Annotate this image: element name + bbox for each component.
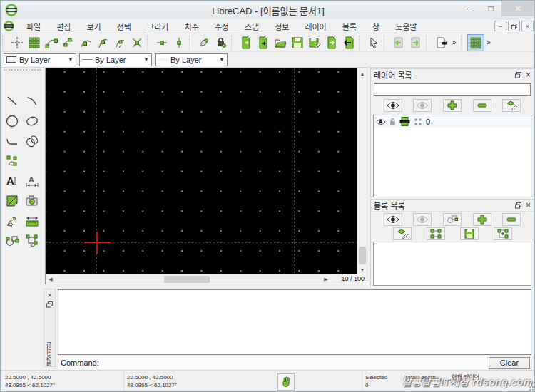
palette-handle[interactable] <box>4 69 41 72</box>
scroll-right-icon[interactable]: ▶ <box>321 274 331 284</box>
selection-pointer-icon[interactable] <box>365 34 382 51</box>
menu-modify[interactable]: 수정 <box>207 19 237 33</box>
vertical-scroll-thumb[interactable] <box>359 247 366 264</box>
remove-layer-icon[interactable] <box>473 99 491 112</box>
print-preview-icon[interactable] <box>432 34 449 51</box>
menu-draw[interactable]: 그리기 <box>139 19 176 33</box>
menu-view[interactable]: 보기 <box>79 19 109 33</box>
snap-distance-icon[interactable] <box>111 34 128 51</box>
hide-all-blocks-icon[interactable] <box>413 213 432 226</box>
line-tool-icon[interactable] <box>3 92 21 110</box>
new-document-icon[interactable] <box>238 34 255 51</box>
save-icon[interactable] <box>289 34 306 51</box>
hatch-tool-icon[interactable] <box>3 192 21 210</box>
menu-help[interactable]: 도움말 <box>387 19 424 33</box>
close-dock-icon[interactable]: × <box>47 291 51 299</box>
grab-hand-icon[interactable] <box>277 373 295 391</box>
image-tool-icon[interactable] <box>23 192 41 210</box>
mdi-restore-icon[interactable] <box>508 21 520 31</box>
maximize-icon[interactable]: □ <box>480 1 501 16</box>
ellipse-tool-icon[interactable] <box>23 112 41 130</box>
modify-tool-icon[interactable] <box>3 212 21 230</box>
restrict-vertical-icon[interactable] <box>170 34 188 51</box>
hide-all-layers-icon[interactable] <box>413 99 432 112</box>
add-block-icon[interactable] <box>473 213 491 226</box>
highlight-block-icon[interactable] <box>427 227 445 240</box>
show-all-layers-icon[interactable] <box>384 99 402 112</box>
restrict-horizontal-icon[interactable] <box>153 34 170 51</box>
close-panel-icon[interactable]: × <box>526 70 531 80</box>
toolbar-overflow-icon[interactable]: » <box>484 38 494 46</box>
close-icon[interactable]: × <box>501 1 534 16</box>
menu-block[interactable]: 블록 <box>335 19 365 33</box>
menu-select[interactable]: 선택 <box>109 19 139 33</box>
block-panel-titlebar[interactable]: 블록 목록 × <box>371 200 534 212</box>
menu-edit[interactable]: 편집 <box>49 19 78 33</box>
clear-button[interactable]: Clear <box>489 357 530 369</box>
redo-icon[interactable] <box>407 34 424 51</box>
set-relative-zero-icon[interactable] <box>195 34 213 51</box>
remove-block-icon[interactable] <box>502 213 521 226</box>
mdi-minimize-icon[interactable]: – <box>494 21 506 31</box>
scroll-down-icon[interactable]: ▼ <box>357 264 367 274</box>
scroll-up-icon[interactable]: ▲ <box>357 68 367 78</box>
resize-grip[interactable] <box>529 386 534 391</box>
layer-construction-icon[interactable] <box>414 118 422 126</box>
spline-tool-icon[interactable] <box>23 132 41 150</box>
menu-info[interactable]: 정보 <box>267 19 297 33</box>
layer-print-icon[interactable] <box>399 117 410 126</box>
close-document-icon[interactable] <box>340 34 357 51</box>
layer-lock-icon[interactable] <box>389 118 396 125</box>
circle-tool-icon[interactable] <box>3 112 21 130</box>
layer-row[interactable]: 0 <box>374 115 531 128</box>
save-block-icon[interactable] <box>460 227 479 240</box>
drawing-canvas[interactable] <box>46 68 357 274</box>
menu-layer[interactable]: 레이어 <box>297 19 334 33</box>
dimension-tool-icon[interactable]: A <box>23 172 41 190</box>
menu-window[interactable]: 창 <box>365 19 387 33</box>
linewidth-dropdown[interactable]: By Layer ▼ <box>155 53 228 66</box>
lock-relative-zero-icon[interactable] <box>213 34 230 51</box>
toolbar-handle[interactable] <box>2 36 7 50</box>
linetype-dropdown[interactable]: By Layer ▼ <box>79 53 152 66</box>
float-panel-icon[interactable] <box>515 202 521 209</box>
scroll-left-icon[interactable]: ◀ <box>46 274 56 284</box>
arc-tool-icon[interactable] <box>23 92 41 110</box>
vertical-scrollbar[interactable]: ▲ ▼ <box>357 68 367 274</box>
close-panel-icon[interactable]: × <box>526 200 531 210</box>
edit-block-icon[interactable] <box>393 227 412 240</box>
add-layer-icon[interactable] <box>443 99 462 112</box>
horizontal-scrollbar[interactable]: ◀ ▶ <box>46 274 331 284</box>
block-tool-icon[interactable] <box>3 232 21 250</box>
save-as-icon[interactable] <box>306 34 323 51</box>
toolbar-overflow-icon[interactable]: » <box>449 38 459 46</box>
edit-layer-icon[interactable] <box>502 99 521 112</box>
float-panel-icon[interactable] <box>515 72 521 78</box>
mdi-close-icon[interactable]: × <box>521 21 534 31</box>
menu-snap[interactable]: 스냅 <box>237 19 267 33</box>
snap-free-icon[interactable] <box>9 34 26 51</box>
snap-intersection-icon[interactable] <box>128 34 146 51</box>
minimize-icon[interactable]: – <box>459 1 480 16</box>
menu-file[interactable]: 파일 <box>19 19 49 33</box>
layer-search-input[interactable] <box>374 83 531 96</box>
menu-dimension[interactable]: 치수 <box>176 19 206 33</box>
points-tool-icon[interactable] <box>3 152 21 170</box>
snap-endpoint-icon[interactable] <box>43 34 60 51</box>
snap-grid-icon[interactable] <box>26 34 43 51</box>
undo-icon[interactable] <box>390 34 407 51</box>
show-all-blocks-icon[interactable] <box>384 213 402 226</box>
horizontal-scroll-thumb[interactable] <box>164 276 210 283</box>
layer-visibility-icon[interactable] <box>376 118 386 125</box>
command-history[interactable] <box>58 289 531 355</box>
snap-middle-icon[interactable] <box>94 34 111 51</box>
new-from-template-icon[interactable] <box>255 34 272 51</box>
insert-block-icon[interactable] <box>494 227 512 240</box>
widget-options-icon[interactable] <box>467 34 484 51</box>
snap-on-entity-icon[interactable] <box>60 34 77 51</box>
layer-panel-titlebar[interactable]: 레이어 목록 × <box>371 69 534 81</box>
color-dropdown[interactable]: By Layer ▼ <box>4 53 76 66</box>
command-dock-titlebar[interactable]: × 명령 라인 <box>44 289 56 367</box>
create-block-icon[interactable] <box>443 213 462 226</box>
measure-tool-icon[interactable] <box>23 212 41 230</box>
